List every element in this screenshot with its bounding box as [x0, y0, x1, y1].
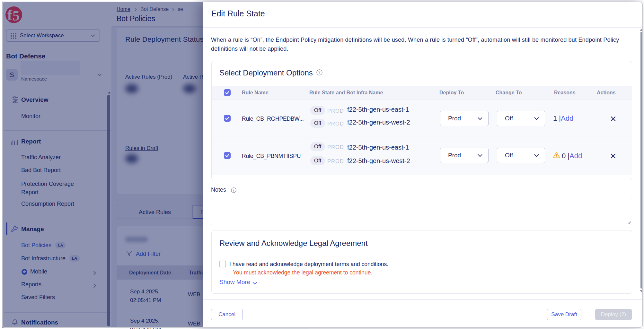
svg-text:?: ?	[318, 70, 321, 75]
